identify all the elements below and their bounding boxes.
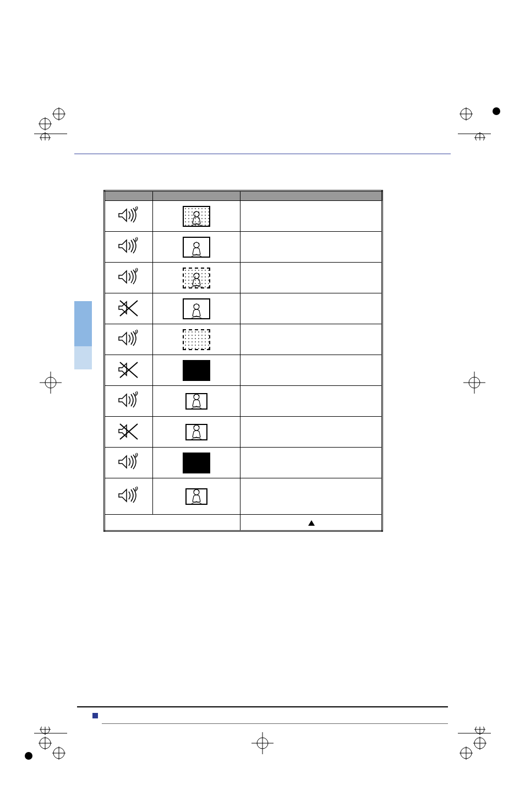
person-figure-icon [189,424,204,439]
cell-image [152,293,240,324]
cell-sound [105,263,153,293]
screen-black-icon [183,360,210,381]
person-figure-icon [189,210,204,226]
bottom-horizontal-rule [77,706,448,707]
top-horizontal-rule [74,154,451,154]
table-header-desc [240,191,382,201]
screen-small-image-icon [185,488,207,505]
crop-mark-mr [458,366,491,399]
cell-sound [105,201,153,232]
table-row [105,355,382,386]
cell-image [152,448,240,478]
screen-noisy-with-image-icon [183,206,210,227]
crop-dot-tr [493,107,500,115]
cell-sound [105,386,153,417]
symptom-table [103,190,383,532]
cell-image [152,232,240,263]
cell-image [152,263,240,293]
cell-description [240,478,382,515]
speaker-muted-icon [117,360,141,379]
crop-mark-bl [34,727,67,760]
triangle-up-icon [308,520,315,526]
table-row [105,515,382,531]
cell-sound [105,293,153,324]
table-header-sound [105,191,153,201]
speaker-muted-icon [117,298,141,317]
table-row [105,478,382,515]
table-header-image [152,191,240,201]
crop-dot-bl [25,752,32,760]
cell-sound [105,448,153,478]
screen-small-image-icon [185,393,207,410]
table-row [105,417,382,448]
crop-mark-tr [458,107,491,140]
person-figure-icon [189,488,204,504]
cell-image [152,386,240,417]
cell-sound [105,232,153,263]
table-row [105,386,382,417]
section-tab-light-blue [74,346,92,369]
blue-bullet-icon [92,713,98,718]
table-row [105,263,382,293]
section-tab-blue [74,301,92,346]
table-row [105,201,382,232]
person-figure-icon [189,303,204,318]
person-figure-icon [189,272,204,287]
cell-description [240,263,382,293]
cell-image [152,201,240,232]
person-figure-icon [189,393,204,408]
cell-image [152,417,240,448]
person-figure-icon [189,241,204,257]
cell-description [240,324,382,355]
cell-description [240,386,382,417]
cell-image [152,478,240,515]
table-row [105,448,382,478]
table-row [105,293,382,324]
cell-image [152,324,240,355]
cell-sound [105,355,153,386]
cell-description [240,293,382,324]
cell-sound [105,417,153,448]
speaker-on-icon [117,237,141,255]
cell-description [240,232,382,263]
crop-mark-bc [246,727,279,760]
cell-description [240,355,382,386]
speaker-on-icon [117,268,141,286]
speaker-on-icon [117,453,141,471]
speaker-on-icon [117,486,141,505]
speaker-on-icon [117,329,141,348]
cell-image [152,355,240,386]
screen-black-icon [183,453,210,473]
speaker-muted-icon [117,422,141,440]
cell-footnote-right [240,515,382,531]
screen-small-image-icon [185,424,207,440]
bottom-thin-rule [102,723,448,724]
table-row [105,324,382,355]
screen-normal-image-icon [183,237,210,258]
cell-description [240,201,382,232]
cell-sound [105,478,153,515]
crop-mark-ml [34,366,67,399]
cell-description [240,448,382,478]
cell-sound [105,324,153,355]
cell-description [240,417,382,448]
crop-mark-tl [34,107,67,140]
cell-footnote-left [105,515,240,531]
speaker-on-icon [117,206,141,225]
screen-dashed-noisy-image-icon [183,268,210,288]
screen-normal-image-icon [183,298,210,319]
crop-mark-br [458,727,491,760]
table-row [105,232,382,263]
speaker-on-icon [117,391,141,410]
screen-noisy-no-image-icon [183,329,210,350]
